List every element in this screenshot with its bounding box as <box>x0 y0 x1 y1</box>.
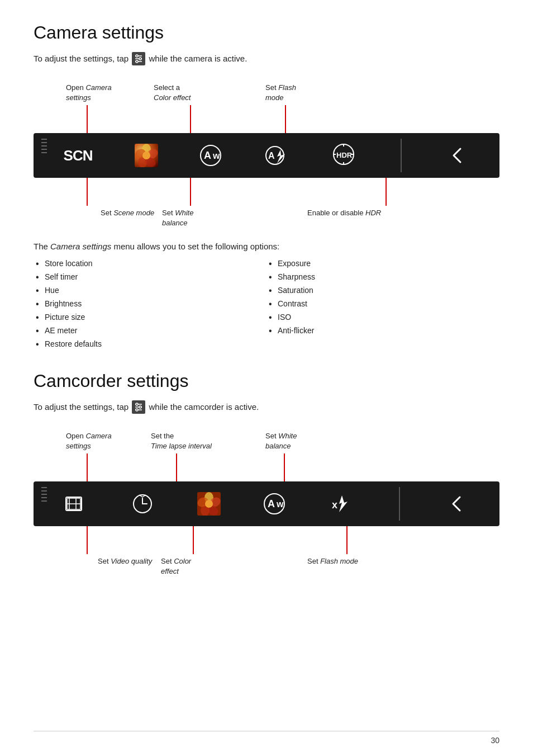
connector-color-effect-cam <box>193 526 194 554</box>
camcorder-bar-icons: A w x <box>42 487 491 521</box>
camera-options-intro: The Camera settings menu allows you to s… <box>34 242 499 251</box>
camcorder-bar-divider <box>399 487 400 521</box>
page-number: 30 <box>491 736 499 745</box>
connector-scene-mode <box>87 178 88 206</box>
connector-flash-mode <box>285 105 286 133</box>
option-brightness: Brightness <box>34 299 266 308</box>
connector-cam-settings <box>87 453 88 481</box>
camcorder-color-effect-icon[interactable] <box>195 492 223 516</box>
video-quality-icon[interactable] <box>62 493 90 515</box>
label-white-balance-cam: Set Whitebalance <box>265 431 297 451</box>
connector-white-balance <box>190 178 191 206</box>
label-video-quality: Set Video quality <box>98 556 152 566</box>
svg-text:x: x <box>332 499 337 511</box>
label-scene-mode: Set Scene mode <box>101 208 154 218</box>
camera-bottom-labels: Set Scene mode Set Whitebalance Enable o… <box>34 178 499 228</box>
camcorder-intro: To adjust the settings, tap while the ca… <box>34 400 499 415</box>
camera-bar-icons: SCN <box>42 139 491 172</box>
svg-marker-53 <box>339 495 348 512</box>
connector-video-quality <box>87 526 88 554</box>
svg-point-48 <box>205 500 213 508</box>
label-flash-mode-top: Set Flashmode <box>265 83 296 102</box>
label-flash-mode-cam: Set Flash mode <box>307 556 358 566</box>
svg-point-6 <box>136 60 138 63</box>
label-hdr: Enable or disable HDR <box>307 208 381 218</box>
camcorder-grid-decoration <box>41 487 47 502</box>
camera-top-labels: Open Camerasettings Select aColor effect… <box>34 83 499 133</box>
auto-wb-icon[interactable]: A w <box>198 144 226 167</box>
camera-options-right-list: Exposure Sharpness Saturation Contrast I… <box>266 259 499 335</box>
svg-text:A: A <box>268 151 275 160</box>
option-restore-defaults: Restore defaults <box>34 339 266 348</box>
option-iso: ISO <box>266 313 499 322</box>
connector-time-lapse <box>176 453 177 481</box>
svg-point-31 <box>136 409 138 411</box>
option-ae-meter: AE meter <box>34 326 266 335</box>
camera-options-right: Exposure Sharpness Saturation Contrast I… <box>266 259 499 353</box>
option-picture-size: Picture size <box>34 313 266 322</box>
time-lapse-icon[interactable] <box>129 493 156 515</box>
camera-settings-title: Camera settings <box>34 22 499 43</box>
connector-white-bal-cam <box>284 453 285 481</box>
svg-text:A: A <box>268 498 275 509</box>
svg-text:w: w <box>212 151 220 160</box>
camcorder-top-labels: Open Camerasettings Set theTime lapse in… <box>34 431 499 481</box>
back-icon[interactable] <box>444 144 472 167</box>
camcorder-toolbar: A w x <box>34 481 499 526</box>
svg-text:A: A <box>204 150 211 161</box>
svg-text:w: w <box>276 499 284 509</box>
camera-options-left: Store location Self timer Hue Brightness… <box>34 259 266 353</box>
option-exposure: Exposure <box>266 259 499 268</box>
camera-options-left-list: Store location Self timer Hue Brightness… <box>34 259 266 348</box>
bottom-rule <box>34 731 499 731</box>
camcorder-back-icon[interactable] <box>443 493 471 515</box>
camcorder-diagram: Open Camerasettings Set theTime lapse in… <box>34 431 499 577</box>
connector-camera-settings <box>87 105 88 133</box>
connector-flash-cam <box>346 526 348 554</box>
label-time-lapse: Set theTime lapse interval <box>151 431 212 451</box>
svg-point-4 <box>136 55 138 57</box>
option-saturation: Saturation <box>266 286 499 295</box>
label-open-camera: Open Camerasettings <box>66 83 112 102</box>
scn-icon[interactable]: SCN <box>61 147 95 164</box>
option-store-location: Store location <box>34 259 266 268</box>
camera-options-columns: Store location Self timer Hue Brightness… <box>34 259 499 353</box>
camcorder-settings-icon <box>132 400 145 415</box>
label-color-effect: Select aColor effect <box>154 83 191 102</box>
svg-point-5 <box>139 58 141 60</box>
option-contrast: Contrast <box>266 299 499 308</box>
camcorder-flash-icon[interactable]: x <box>328 493 356 515</box>
camera-options-section: The Camera settings menu allows you to s… <box>34 242 499 353</box>
option-self-timer: Self timer <box>34 272 266 281</box>
settings-icon <box>132 52 145 67</box>
camcorder-bottom-labels: Set Video quality Set Coloreffect Set Fl… <box>34 526 499 577</box>
camera-intro: To adjust the settings, tap while the ca… <box>34 52 499 67</box>
connector-color-effect <box>190 105 191 133</box>
camcorder-auto-wb-icon[interactable]: A w <box>261 493 289 515</box>
option-sharpness: Sharpness <box>266 272 499 281</box>
color-effect-icon[interactable] <box>132 144 160 167</box>
camera-diagram: Open Camerasettings Select aColor effect… <box>34 83 499 228</box>
svg-point-12 <box>142 152 150 159</box>
svg-text:HDR: HDR <box>336 151 353 159</box>
svg-point-29 <box>136 403 138 405</box>
svg-point-30 <box>139 406 141 408</box>
grid-decoration <box>41 139 47 153</box>
option-hue: Hue <box>34 286 266 295</box>
label-open-camera-cam: Open Camerasettings <box>66 431 112 451</box>
camcorder-settings-title: Camcorder settings <box>34 371 499 391</box>
bar-divider <box>401 139 402 172</box>
camera-toolbar: SCN <box>34 133 499 178</box>
flash-auto-icon[interactable]: A <box>263 144 291 167</box>
option-anti-flicker: Anti-flicker <box>266 326 499 335</box>
page: Camera settings To adjust the settings, … <box>0 0 533 616</box>
connector-hdr <box>386 178 387 206</box>
label-white-balance: Set Whitebalance <box>162 208 193 228</box>
label-color-effect-cam: Set Coloreffect <box>161 556 191 576</box>
hdr-icon[interactable]: HDR <box>329 143 359 168</box>
